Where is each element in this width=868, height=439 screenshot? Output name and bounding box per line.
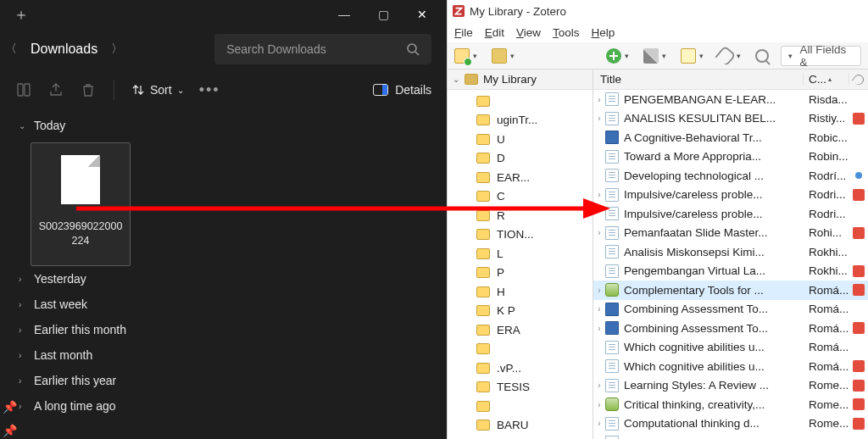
item-row[interactable]: ›ANALISIS KESULITAN BEL...Ristiy...: [593, 109, 868, 129]
tree-item[interactable]: K P: [476, 302, 593, 321]
item-row[interactable]: ›Impulsive/careless proble...Rodri...: [593, 186, 868, 205]
group-header[interactable]: ›Last month: [19, 342, 447, 368]
tree-item[interactable]: EAR...: [476, 168, 593, 187]
col-title[interactable]: Title: [593, 73, 804, 86]
tree-item[interactable]: L: [476, 244, 593, 264]
share-icon[interactable]: [47, 81, 64, 98]
menu-bar: File Edit View Tools Help: [448, 22, 868, 42]
collections-tree[interactable]: ⌄ My Library uginTr...UDEAR...CRTION...L…: [448, 69, 593, 439]
expand-toggle[interactable]: ›: [593, 381, 605, 390]
search-input[interactable]: ▾ All Fields &: [781, 46, 861, 66]
expand-toggle[interactable]: ›: [593, 190, 605, 199]
tree-item[interactable]: H: [476, 282, 593, 302]
tree-item[interactable]: .vP...: [476, 358, 593, 378]
details-toggle[interactable]: Details: [373, 83, 431, 97]
expand-toggle[interactable]: ›: [593, 95, 605, 104]
add-by-id-button[interactable]: ▾: [643, 48, 669, 64]
menu-file[interactable]: File: [454, 26, 473, 39]
advanced-search-button[interactable]: [755, 49, 769, 63]
more-button[interactable]: •••: [199, 81, 220, 99]
expand-toggle[interactable]: ›: [593, 400, 605, 409]
group-header[interactable]: ›Yesterday: [19, 266, 447, 292]
item-row[interactable]: Which cognitive abilities u...Romá...: [593, 338, 868, 358]
chevron-right-icon[interactable]: 〉: [108, 42, 126, 57]
item-row[interactable]: ›PENGEMBANGAN E-LEAR...Risda...: [593, 90, 868, 109]
tree-item[interactable]: P: [476, 264, 593, 283]
tree-item[interactable]: uginTr...: [476, 111, 593, 131]
chevron-right-icon: ›: [19, 275, 29, 284]
location-title[interactable]: Downloads: [27, 42, 101, 57]
zotero-logo-icon: [453, 5, 465, 17]
group-header[interactable]: ›A long time ago: [19, 393, 447, 419]
new-note-button[interactable]: ▾: [681, 48, 706, 64]
menu-help[interactable]: Help: [592, 26, 615, 39]
tree-item[interactable]: [476, 397, 593, 416]
group-header[interactable]: ›Last week: [19, 292, 447, 317]
item-row[interactable]: Developing technological ...Rodrí...: [593, 166, 868, 186]
new-collection-button[interactable]: ▾: [454, 48, 480, 64]
group-header[interactable]: ›Earlier this year: [19, 368, 447, 393]
menu-edit[interactable]: Edit: [485, 26, 504, 39]
items-list[interactable]: ›PENGEMBANGAN E-LEAR...Risda...›ANALISIS…: [593, 90, 868, 439]
cut-icon[interactable]: [15, 81, 32, 98]
group-label: Today: [34, 119, 65, 132]
item-row[interactable]: ›Pemanfaatan Slide Master...Rohi...: [593, 224, 868, 243]
item-title: Toward a More Appropria...: [624, 150, 804, 163]
item-row[interactable]: ›Complementary Tools for ...Romá...: [593, 281, 868, 300]
item-row[interactable]: ›Learning Styles: A Review ...Rome...: [593, 376, 868, 396]
item-row[interactable]: ›Computational thinking d...Rome...: [593, 414, 868, 434]
new-tab-button[interactable]: ＋: [14, 4, 29, 25]
item-row[interactable]: ›Critical thinking, creativity,...Rome..…: [593, 395, 868, 414]
chevron-left-icon[interactable]: 〈: [2, 42, 20, 57]
tree-item[interactable]: BARU: [476, 416, 593, 436]
tree-item[interactable]: [476, 92, 593, 111]
sort-button[interactable]: Sort ⌄: [131, 83, 184, 97]
expand-toggle[interactable]: ›: [593, 419, 605, 428]
minimize-button[interactable]: —: [325, 0, 364, 29]
item-row[interactable]: Which cognitive abilities u...Romá...: [593, 357, 868, 376]
delete-icon[interactable]: [80, 81, 97, 98]
group-today[interactable]: ⌄ Today: [19, 114, 447, 137]
item-title: Computational thinking d...: [624, 417, 804, 430]
tree-root[interactable]: ⌄ My Library: [448, 69, 593, 90]
menu-tools[interactable]: Tools: [553, 26, 580, 39]
tree-item[interactable]: TESIS: [476, 378, 593, 397]
expand-toggle[interactable]: ›: [593, 228, 605, 237]
item-row[interactable]: A Cognitive-Behavioral Tr...Robic...: [593, 128, 868, 147]
details-label: Details: [395, 83, 431, 97]
attach-button[interactable]: ▾: [718, 48, 743, 64]
tree-item[interactable]: TION...: [476, 225, 593, 245]
item-attachment: [849, 189, 868, 201]
tree-item[interactable]: led: [476, 435, 593, 439]
expand-toggle[interactable]: ›: [593, 304, 605, 314]
menu-view[interactable]: View: [516, 26, 541, 39]
tree-item[interactable]: ERA: [476, 320, 593, 340]
folder-icon: [476, 134, 490, 145]
item-row[interactable]: Impulsive/careless proble...Rodri...: [593, 204, 868, 224]
item-row[interactable]: Computational thinking d...Rome...: [593, 433, 868, 439]
item-row[interactable]: Toward a More Appropria...Robin...: [593, 147, 868, 167]
item-row[interactable]: Pengembangan Virtual La...Rokhi...: [593, 262, 868, 281]
expand-toggle[interactable]: ›: [593, 286, 605, 295]
col-creator[interactable]: C...▴: [804, 73, 849, 86]
new-item-button[interactable]: ▾: [606, 48, 632, 64]
tree-item[interactable]: [476, 340, 593, 359]
close-button[interactable]: ✕: [403, 0, 442, 29]
file-item[interactable]: S0023969022000 224: [31, 142, 131, 266]
item-row[interactable]: Analisis Miskonsepsi Kimi...Rokhi...: [593, 242, 868, 262]
tree-item[interactable]: D: [476, 149, 593, 169]
plus-icon: [606, 48, 621, 64]
tree-item[interactable]: C: [476, 187, 593, 207]
tree-item[interactable]: R: [476, 206, 593, 225]
group-header[interactable]: ›Earlier this month: [19, 317, 447, 342]
item-row[interactable]: ›Combining Assessment To...Romá...: [593, 319, 868, 338]
item-author: Rokhi...: [804, 264, 849, 277]
search-input[interactable]: Search Downloads: [214, 34, 431, 64]
expand-toggle[interactable]: ›: [593, 114, 605, 123]
maximize-button[interactable]: ▢: [364, 0, 403, 29]
expand-toggle[interactable]: ›: [593, 324, 605, 333]
new-library-button[interactable]: ▾: [492, 48, 517, 64]
col-attachment[interactable]: [849, 75, 868, 85]
item-row[interactable]: ›Combining Assessment To...Romá...: [593, 300, 868, 320]
tree-item[interactable]: U: [476, 130, 593, 149]
